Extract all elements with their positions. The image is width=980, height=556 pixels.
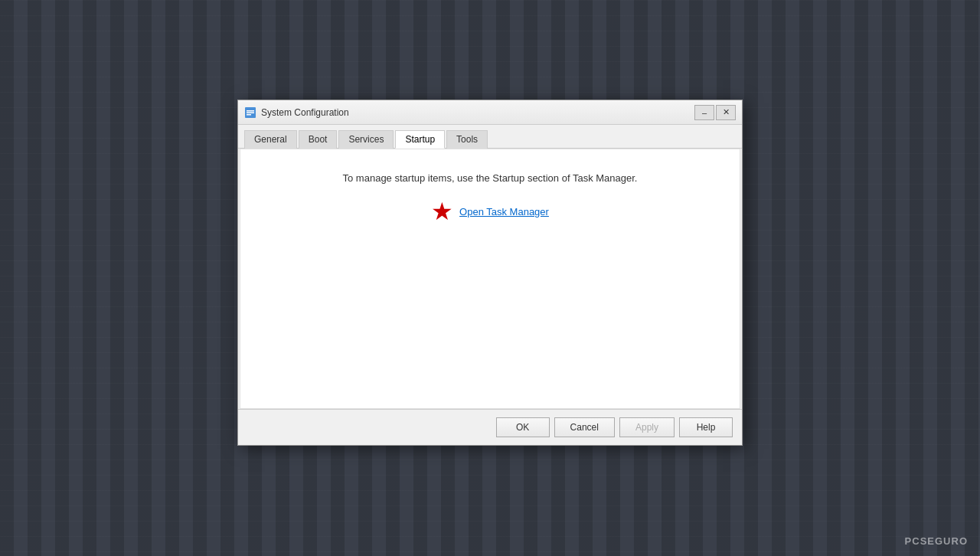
minimize-button[interactable]: – <box>694 105 714 120</box>
help-button[interactable]: Help <box>679 417 733 437</box>
watermark: PCSEGURO <box>905 535 968 547</box>
content-area: To manage startup items, use the Startup… <box>240 149 740 409</box>
title-bar-left: System Configuration <box>244 106 349 119</box>
star-icon: ★ <box>431 199 453 224</box>
svg-rect-1 <box>247 110 254 112</box>
tab-startup[interactable]: Startup <box>395 130 445 149</box>
dialog-title: System Configuration <box>261 107 349 118</box>
apply-button[interactable]: Apply <box>619 417 675 437</box>
title-bar-controls: – ✕ <box>694 105 736 120</box>
button-bar: OK Cancel Apply Help <box>238 409 742 445</box>
content-description: To manage startup items, use the Startup… <box>343 172 638 184</box>
open-task-manager-link[interactable]: Open Task Manager <box>459 206 549 217</box>
tab-tools[interactable]: Tools <box>446 130 488 149</box>
title-bar: System Configuration – ✕ <box>238 100 742 125</box>
dialog-icon <box>244 106 256 119</box>
link-container: ★ Open Task Manager <box>431 199 549 224</box>
tab-bar: General Boot Services Startup Tools <box>238 125 742 149</box>
cancel-button[interactable]: Cancel <box>554 417 615 437</box>
tab-boot[interactable]: Boot <box>299 130 338 149</box>
tab-services[interactable]: Services <box>338 130 394 149</box>
tab-general[interactable]: General <box>244 130 297 149</box>
close-button[interactable]: ✕ <box>716 105 736 120</box>
svg-rect-2 <box>247 112 254 113</box>
system-config-dialog: System Configuration – ✕ General Boot Se… <box>237 100 743 446</box>
svg-rect-3 <box>247 114 251 116</box>
ok-button[interactable]: OK <box>496 417 550 437</box>
